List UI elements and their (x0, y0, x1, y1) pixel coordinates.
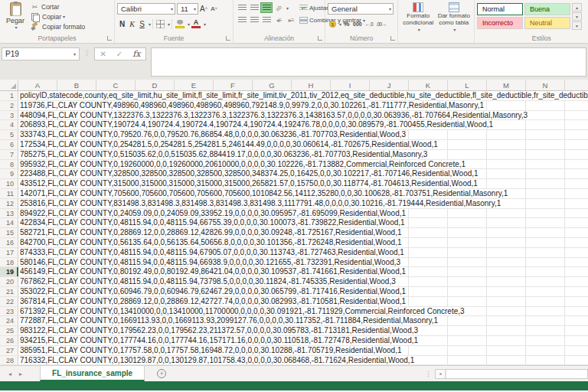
percent-style-button[interactable]: % (341, 18, 351, 30)
row-header-18[interactable]: 18 (0, 258, 18, 267)
prev-sheet-icon[interactable]: ◂ (5, 371, 15, 377)
column-header-L[interactable]: L (448, 80, 487, 90)
cell-text[interactable]: 716332,FL,CLAY COUNTY,0,130129.87,0,0,13… (18, 356, 416, 365)
cell-style-buena[interactable]: Buena (524, 3, 570, 15)
cell-text[interactable]: 206893,FL,CLAY COUNTY,190724.4,190724.4,… (18, 120, 495, 129)
cell-text[interactable]: 333743,FL,CLAY COUNTY,0,79520.76,0,0,795… (18, 130, 408, 139)
cell-text[interactable]: 353022,FL,CLAY COUNTY,0,60946.79,0,0,609… (18, 287, 408, 296)
number-dialog-launcher-icon[interactable] (390, 36, 395, 41)
column-header-K[interactable]: K (409, 80, 448, 90)
row-header-19[interactable]: 19 (0, 267, 18, 276)
align-top-button[interactable] (236, 2, 248, 13)
cell-text[interactable]: 385951,FL,CLAY COUNTY,0,17757.58,0,0,177… (18, 346, 404, 355)
row-header-3[interactable]: 3 (0, 111, 18, 120)
row-header-21[interactable]: 21 (0, 287, 18, 296)
font-color-button[interactable]: A (190, 18, 202, 30)
cell-text[interactable]: policyID,statecode,county,eq_site_limit,… (18, 91, 588, 100)
cell-style-incorrecto[interactable]: Incorrecto (477, 17, 523, 29)
row-header-13[interactable]: 13 (0, 209, 18, 218)
column-header-G[interactable]: G (253, 80, 292, 90)
enter-icon[interactable]: ✓ (116, 50, 122, 58)
column-header-D[interactable]: D (136, 80, 175, 90)
select-all-corner[interactable] (0, 80, 18, 90)
row-header-24[interactable]: 24 (0, 316, 18, 325)
row-header-2[interactable]: 2 (0, 101, 18, 110)
scroll-left-icon[interactable]: ◂ (436, 370, 446, 378)
align-bottom-button[interactable] (260, 2, 273, 13)
borders-button[interactable] (155, 18, 166, 30)
column-header-J[interactable]: J (370, 80, 409, 90)
column-header-B[interactable]: B (57, 80, 96, 90)
styles-more-button[interactable]: ▼ (572, 21, 582, 30)
decrease-indent-button[interactable]: ◂≡ (273, 15, 285, 25)
next-sheet-icon[interactable]: ▸ (15, 371, 26, 377)
cell-style-normal[interactable]: Normal (477, 3, 523, 15)
horizontal-scrollbar-thumb[interactable] (446, 370, 587, 378)
cell-text[interactable]: 785275,FL,CLAY COUNTY,0,515035.62,0,0,51… (18, 150, 430, 159)
insert-function-icon[interactable]: fx (132, 49, 140, 59)
row-header-5[interactable]: 5 (0, 130, 18, 139)
cell-text[interactable]: 433512,FL,CLAY COUNTY,315000,315000,3150… (18, 179, 480, 188)
font-family-combo[interactable]: Calibri ▾ (117, 3, 175, 15)
shrink-font-button[interactable]: A˅ (209, 3, 219, 15)
cell-text[interactable]: 874333,FL,CLAY COUNTY,0,48115.94,0,0,481… (18, 248, 407, 257)
column-header-N[interactable]: N (526, 80, 565, 90)
cell-style-neutral[interactable]: Neutral (524, 17, 570, 29)
cell-text[interactable]: 995932,FL,CLAY COUNTY,0,19260000,0,0,192… (18, 160, 468, 169)
font-color-dropdown-icon[interactable]: ▾ (204, 21, 206, 27)
cell-text[interactable]: 448094,FL,CLAY COUNTY,1322376.3,1322376.… (18, 111, 530, 120)
row-header-15[interactable]: 15 (0, 228, 18, 237)
row-header-17[interactable]: 17 (0, 248, 18, 257)
row-header-10[interactable]: 10 (0, 179, 18, 188)
column-header-C[interactable]: C (96, 80, 136, 90)
cell-text[interactable]: 934215,FL,CLAY COUNTY,0,177744.16,0,0,17… (18, 336, 420, 345)
alignment-dialog-launcher-icon[interactable] (318, 36, 322, 41)
grow-font-button[interactable]: A˄ (198, 3, 209, 15)
underline-dropdown-icon[interactable]: ▾ (149, 21, 151, 27)
sheet-tab-active[interactable]: FL_insurance_sample (40, 366, 145, 381)
cell-text[interactable]: 172534,FL,CLAY COUNTY,0,254281.5,0,25428… (18, 140, 440, 149)
row-header-23[interactable]: 23 (0, 307, 18, 316)
row-header-12[interactable]: 12 (0, 199, 18, 208)
column-header-A[interactable]: A (18, 80, 57, 90)
cell-text[interactable]: 253816,FL,CLAY COUNTY,831498.3,831498.3,… (18, 199, 503, 208)
row-header-26[interactable]: 26 (0, 336, 18, 345)
increase-indent-button[interactable]: ▸≡ (285, 15, 297, 25)
row-header-6[interactable]: 6 (0, 140, 18, 149)
name-box[interactable]: P19 ▾ (2, 47, 80, 60)
orientation-button[interactable]: ab (273, 2, 285, 13)
row-header-4[interactable]: 4 (0, 120, 18, 129)
copy-dropdown-icon[interactable]: ▾ (63, 14, 65, 19)
column-header-M[interactable]: M (487, 80, 526, 90)
row-header-14[interactable]: 14 (0, 218, 18, 227)
increase-decimal-button[interactable]: ←.0 (364, 18, 374, 30)
borders-dropdown-icon[interactable]: ▾ (168, 21, 170, 27)
copy-button[interactable]: Copiar ▾ (30, 11, 85, 21)
cell-text[interactable]: 223488,FL,CLAY COUNTY,328500,328500,3285… (18, 169, 481, 178)
cell-text[interactable]: 671392,FL,CLAY COUNTY,0,13410000,0,0,134… (18, 307, 467, 316)
cell-text[interactable]: 767862,FL,CLAY COUNTY,0,48115.94,0,0,481… (18, 277, 398, 286)
cell-text[interactable]: 582721,FL,CLAY COUNTY,0,28869.12,0,0,288… (18, 228, 404, 237)
row-header-8[interactable]: 8 (0, 160, 18, 169)
cell-text[interactable]: 842700,FL,CLAY COUNTY,0,56135.64,0,0,561… (18, 238, 404, 247)
cell-text[interactable]: 580146,FL,CLAY COUNTY,0,48115.94,0,0,481… (18, 258, 403, 267)
row-header-22[interactable]: 22 (0, 297, 18, 306)
styles-scroll-down-button[interactable]: ▼ (572, 12, 582, 21)
decrease-decimal-button[interactable]: .00→ (374, 18, 388, 30)
align-left-button[interactable] (236, 15, 248, 25)
font-size-combo[interactable]: 11 ▾ (177, 3, 198, 15)
row-header-25[interactable]: 25 (0, 326, 18, 335)
fill-color-button[interactable] (174, 18, 186, 30)
conditional-formatting-button[interactable]: Formato condicional ▾ (400, 2, 436, 34)
cell-text[interactable]: 367814,FL,CLAY COUNTY,0,28869.12,0,0,288… (18, 297, 408, 306)
column-header-H[interactable]: H (292, 80, 331, 90)
cancel-icon[interactable]: ✕ (100, 50, 106, 58)
accounting-format-button[interactable]: $ (328, 18, 338, 30)
formula-input[interactable] (151, 47, 586, 77)
align-center-button[interactable] (248, 15, 260, 25)
column-header-E[interactable]: E (175, 80, 214, 90)
cell-text[interactable]: 119736,FL,CLAY COUNTY,498960,498960,4989… (18, 101, 486, 110)
cell-text[interactable]: 456149,FL,CLAY COUNTY,0,80192.49,0,0,801… (18, 267, 408, 276)
row-header-11[interactable]: 11 (0, 189, 18, 198)
row-header-9[interactable]: 9 (0, 169, 18, 178)
